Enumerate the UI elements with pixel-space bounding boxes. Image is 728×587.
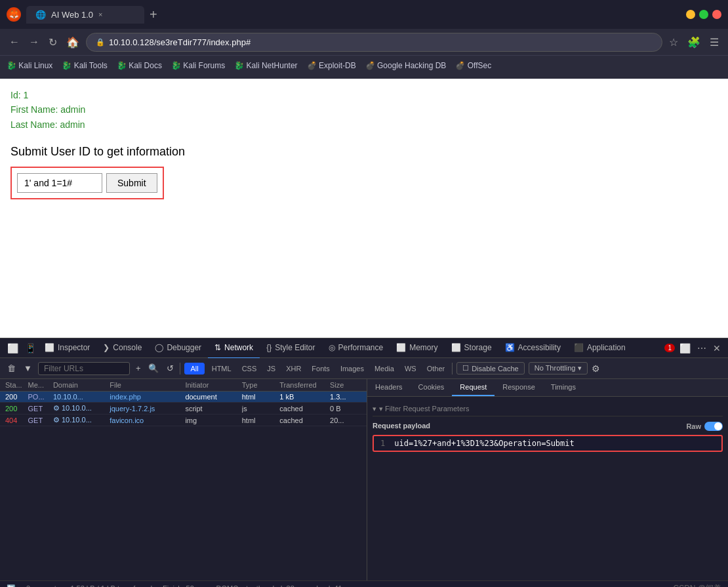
raw-toggle-switch[interactable] xyxy=(704,422,723,431)
req-initiator-3: img xyxy=(185,416,241,424)
detail-content: ▾ ▾ Filter Request Parameters Request pa… xyxy=(367,397,728,580)
security-icon: 🔒 xyxy=(96,38,105,47)
application-tab-label: Application xyxy=(587,343,626,352)
devtools-tab-memory[interactable]: ⬜ Memory xyxy=(390,338,444,359)
devtools-tabs-container: ⬜ Inspector ❯ Console ◯ Debugger ⇅ Netwo… xyxy=(38,338,663,359)
req-type-2: js xyxy=(242,405,280,413)
request-list: Sta... Me... Domain File Initiator Type … xyxy=(0,379,367,580)
menu-button[interactable]: ☰ xyxy=(707,33,721,51)
payload-section: Request payload Raw 1 uid=1%27+and+1%3D1… xyxy=(373,422,723,452)
detail-panel: Headers Cookies Request Response Timings… xyxy=(367,379,728,580)
detail-tab-timings[interactable]: Timings xyxy=(543,379,584,396)
status-bar: 🔄 3 requests 1.53 kB / 1 kB transferred … xyxy=(0,580,728,587)
filter-css-button[interactable]: CSS xyxy=(239,363,260,374)
devtools-responsive-button[interactable]: 📱 xyxy=(23,341,38,355)
devtools-tab-console[interactable]: ❯ Console xyxy=(96,338,148,359)
clear-requests-button[interactable]: 🗑 xyxy=(5,361,18,375)
settings-button[interactable]: ⚙ xyxy=(592,363,600,374)
status-icon: 🔄 xyxy=(7,584,16,587)
devtools-tab-inspector[interactable]: ⬜ Inspector xyxy=(38,338,96,359)
filter-html-button[interactable]: HTML xyxy=(209,363,235,374)
request-row-index[interactable]: 200 PO... 10.10.0... index.php document … xyxy=(0,392,367,403)
error-badge: 1 xyxy=(664,344,675,352)
close-button[interactable] xyxy=(712,10,721,19)
devtools-inspect-button[interactable]: ⬜ xyxy=(5,341,20,355)
new-tab-button[interactable]: + xyxy=(144,7,163,22)
filter-ws-button[interactable]: WS xyxy=(401,363,420,374)
devtools-tab-network[interactable]: ⇅ Network xyxy=(208,338,260,359)
bookmark-kali-forums[interactable]: 🐉 Kali Forums xyxy=(171,61,225,70)
page-info: Id: 1 First Name: admin Last Name: admin xyxy=(10,88,718,132)
active-tab[interactable]: 🌐 AI Web 1.0 × xyxy=(26,6,144,24)
debugger-tab-label: Debugger xyxy=(167,343,201,352)
filter-js-button[interactable]: JS xyxy=(264,363,279,374)
request-row-favicon[interactable]: 404 GET ⚙ 10.10.0... favicon.ico img htm… xyxy=(0,415,367,426)
devtools-close-button[interactable]: ✕ xyxy=(711,341,723,355)
req-domain-3: ⚙ 10.10.0... xyxy=(53,416,110,424)
request-row-jquery[interactable]: 200 GET ⚙ 10.10.0... jquery-1.7.2.js scr… xyxy=(0,403,367,415)
filter-urls-input[interactable] xyxy=(38,362,130,375)
bookmark-kali-tools[interactable]: 🐉 Kali Tools xyxy=(62,61,107,70)
bookmark-button[interactable]: ☆ xyxy=(666,33,681,51)
filter-request-params[interactable]: ▾ ▾ Filter Request Parameters xyxy=(373,402,723,416)
bookmark-offsec[interactable]: 💣 OffSec xyxy=(455,61,491,70)
search-button[interactable]: 🔍 xyxy=(146,361,161,375)
devtools-tab-debugger[interactable]: ◯ Debugger xyxy=(148,338,208,359)
userid-input[interactable] xyxy=(17,173,102,193)
payload-line-number: 1 xyxy=(380,439,385,448)
filter-images-button[interactable]: Images xyxy=(337,363,367,374)
devtools-tab-performance[interactable]: ◎ Performance xyxy=(322,338,390,359)
req-type-1: html xyxy=(242,393,280,401)
devtools-tab-application[interactable]: ⬛ Application xyxy=(567,338,632,359)
minimize-button[interactable] xyxy=(686,10,695,19)
req-size-1: 1.3... xyxy=(330,393,361,401)
detail-tab-headers[interactable]: Headers xyxy=(367,379,411,396)
forward-button[interactable]: → xyxy=(26,33,42,51)
bookmark-kali-docs[interactable]: 🐉 Kali Docs xyxy=(117,61,162,70)
info-lastname: Last Name: admin xyxy=(10,117,718,132)
devtools-tab-accessibility[interactable]: ♿ Accessibility xyxy=(498,338,567,359)
back-button[interactable]: ← xyxy=(7,33,22,51)
refresh-button[interactable]: ↺ xyxy=(165,361,176,375)
detail-tab-request[interactable]: Request xyxy=(452,379,495,396)
filter-media-button[interactable]: Media xyxy=(371,363,397,374)
filter-all-button[interactable]: All xyxy=(184,363,204,374)
throttle-button[interactable]: No Throttling ▾ xyxy=(529,362,588,374)
header-transferred: Transferred xyxy=(279,381,330,389)
devtools-dock-button[interactable]: ⬜ xyxy=(677,341,693,355)
tab-close-button[interactable]: × xyxy=(98,10,102,18)
tab-favicon: 🌐 xyxy=(35,10,46,20)
devtools-panel: ⬜ 📱 ⬜ Inspector ❯ Console ◯ Debugger ⇅ N… xyxy=(0,338,728,580)
bookmark-kali-nethunter[interactable]: 🐉 Kali NetHunter xyxy=(234,61,297,70)
filter-xhr-button[interactable]: XHR xyxy=(283,363,304,374)
detail-tab-cookies[interactable]: Cookies xyxy=(411,379,453,396)
home-button[interactable]: 🏠 xyxy=(64,33,82,51)
filter-params-label: ▾ Filter Request Parameters xyxy=(379,405,469,413)
domcontentloaded-time: DOMContentLoaded: 38 ms xyxy=(216,584,306,587)
payload-value: 1 uid=1%27+and+1%3D1%23&Operation=Submit xyxy=(373,435,723,452)
filter-toggle-button[interactable]: ▼ xyxy=(22,361,34,375)
raw-toggle[interactable]: Raw xyxy=(686,422,723,431)
style-editor-icon: {} xyxy=(266,343,272,352)
filter-other-button[interactable]: Other xyxy=(424,363,449,374)
submit-button[interactable]: Submit xyxy=(106,173,157,193)
bookmark-kali-linux[interactable]: 🐉 Kali Linux xyxy=(7,61,52,70)
address-bar[interactable]: 🔒 10.10.0.128/se3reTdir777/index.php# xyxy=(86,33,662,52)
add-filter-button[interactable]: + xyxy=(134,361,143,375)
req-file-3: favicon.ico xyxy=(110,416,185,424)
detail-tab-response[interactable]: Response xyxy=(495,379,543,396)
reload-button[interactable]: ↻ xyxy=(46,33,60,51)
console-tab-label: Console xyxy=(113,343,142,352)
checkbox-icon: ☐ xyxy=(462,364,469,373)
disable-cache-button[interactable]: ☐ Disable Cache xyxy=(456,362,525,374)
header-status: Sta... xyxy=(5,381,28,389)
extensions-button[interactable]: 🧩 xyxy=(685,33,703,51)
maximize-button[interactable] xyxy=(699,10,708,19)
devtools-tab-style-editor[interactable]: {} Style Editor xyxy=(260,338,321,359)
bookmark-google-hacking[interactable]: 💣 Google Hacking DB xyxy=(365,61,447,70)
browser-chrome: 🦊 🌐 AI Web 1.0 × + ← → ↻ 🏠 🔒 10.10.0.128… xyxy=(0,0,728,79)
filter-fonts-button[interactable]: Fonts xyxy=(308,363,333,374)
devtools-more-button[interactable]: ⋯ xyxy=(695,341,708,355)
bookmark-exploit-db[interactable]: 💣 Exploit-DB xyxy=(307,61,356,70)
devtools-tab-storage[interactable]: ⬜ Storage xyxy=(445,338,498,359)
